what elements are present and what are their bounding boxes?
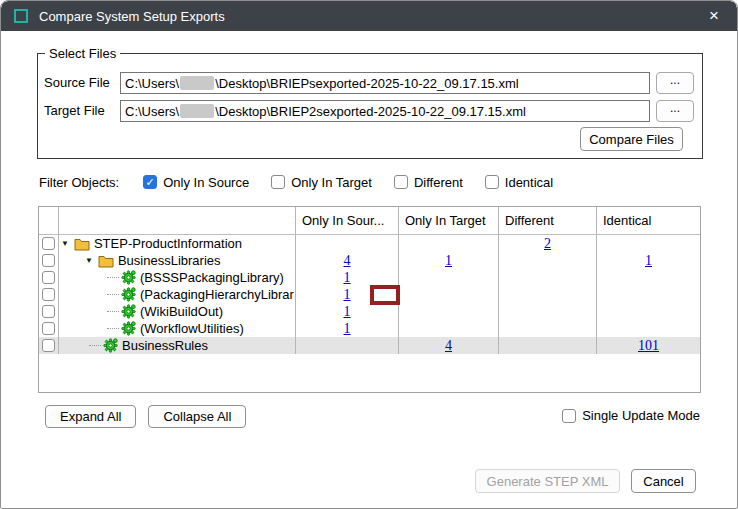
row-checkbox[interactable] (42, 288, 55, 301)
row-checkbox[interactable] (42, 339, 55, 352)
row-checkbox[interactable] (42, 271, 55, 284)
header-different[interactable]: Different (499, 207, 597, 235)
tree-node[interactable]: ▼ STEP-ProductInformation (59, 235, 296, 252)
table-header-row: Only In Sour... Only In Target Different… (39, 207, 700, 235)
only-in-target-checkbox[interactable] (271, 175, 285, 189)
tree-connector (89, 345, 101, 346)
source-path-prefix: C:\Users\ (125, 76, 179, 91)
tree-item-label: BusinessRules (122, 338, 208, 353)
table-row: (WikiBuildOut) 1 (39, 303, 700, 320)
gear-icon (121, 270, 136, 285)
source-file-input[interactable]: C:\Users\\Desktop\BRIEPsexported-2025-10… (120, 72, 650, 94)
count-link[interactable]: 4 (344, 253, 351, 269)
gear-icon (103, 338, 118, 353)
source-browse-button[interactable]: ... (656, 72, 694, 94)
count-link[interactable]: 2 (544, 236, 551, 252)
comparison-table: Only In Sour... Only In Target Different… (38, 206, 701, 393)
tree-node[interactable]: (WorkflowUtilities) (59, 320, 296, 337)
tree-item-label: (WorkflowUtilities) (140, 321, 244, 336)
single-update-label: Single Update Mode (582, 408, 700, 423)
header-identical[interactable]: Identical (597, 207, 700, 235)
folder-icon (98, 254, 114, 268)
expand-arrow-icon[interactable]: ▼ (85, 256, 93, 265)
source-path-suffix: \Desktop\BRIEPsexported-2025-10-22_09.17… (215, 76, 519, 91)
count-link[interactable]: 1 (445, 253, 452, 269)
header-checkbox-column (39, 207, 59, 235)
gear-icon (121, 321, 136, 336)
filter-different: Different (394, 175, 463, 190)
titlebar: Compare System Setup Exports × (1, 1, 737, 31)
tree-item-label: BusinessLibraries (118, 253, 221, 268)
folder-icon (74, 237, 90, 251)
single-update-mode: Single Update Mode (562, 408, 700, 423)
row-checkbox[interactable] (42, 322, 55, 335)
table-row: BusinessRules 4 101 (39, 337, 700, 354)
count-link[interactable]: 4 (445, 338, 452, 354)
tree-connector (107, 277, 119, 278)
app-icon (14, 9, 28, 23)
compare-files-button[interactable]: Compare Files (580, 127, 683, 151)
count-link[interactable]: 101 (638, 338, 659, 354)
tree-item-label: (WikiBuildOut) (140, 304, 223, 319)
only-in-source-checkbox[interactable]: ✓ (143, 175, 157, 189)
different-label: Different (414, 175, 463, 190)
tree-item-label: (BSSSPackagingLibrary) (140, 270, 284, 285)
target-file-input[interactable]: C:\Users\\Desktop\BRIEP2sexported-2025-1… (120, 100, 650, 122)
target-path-prefix: C:\Users\ (125, 104, 179, 119)
tree-item-label: (PackagingHierarchyLibrar (140, 287, 294, 302)
row-checkbox[interactable] (42, 305, 55, 318)
single-update-checkbox[interactable] (562, 409, 576, 423)
tree-connector (107, 328, 119, 329)
collapse-all-button[interactable]: Collapse All (148, 405, 246, 428)
expand-arrow-icon[interactable]: ▼ (61, 239, 69, 248)
only-in-target-label: Only In Target (291, 175, 372, 190)
filter-objects-label: Filter Objects: (39, 175, 119, 190)
dialog: Compare System Setup Exports × Select Fi… (0, 0, 738, 509)
tree-node[interactable]: (BSSSPackagingLibrary) (59, 269, 296, 286)
target-file-label: Target File (44, 103, 105, 118)
gear-icon (121, 304, 136, 319)
tree-node[interactable]: ▼ BusinessLibraries (59, 252, 296, 269)
table-row: (BSSSPackagingLibrary) 1 (39, 269, 700, 286)
table-row: ▼ STEP-ProductInformation 2 (39, 235, 700, 252)
source-file-label: Source File (44, 75, 110, 90)
expand-all-button[interactable]: Expand All (45, 405, 136, 428)
header-only-in-source[interactable]: Only In Sour... (296, 207, 399, 235)
header-only-in-target[interactable]: Only In Target (399, 207, 499, 235)
generate-step-xml-button: Generate STEP XML (475, 469, 620, 493)
count-link[interactable]: 1 (344, 321, 351, 337)
table-row: ▼ BusinessLibraries 4 1 1 (39, 252, 700, 269)
target-browse-button[interactable]: ... (656, 100, 694, 122)
row-checkbox[interactable] (42, 254, 55, 267)
count-link[interactable]: 1 (344, 304, 351, 320)
filter-objects-row: Filter Objects: ✓ Only In Source Only In… (39, 173, 575, 191)
redacted-username (180, 104, 214, 118)
table-row: (PackagingHierarchyLibrar 1 (39, 286, 700, 303)
count-link[interactable]: 1 (344, 287, 351, 303)
redacted-username (180, 76, 214, 90)
only-in-source-label: Only In Source (163, 175, 249, 190)
tree-node[interactable]: (WikiBuildOut) (59, 303, 296, 320)
tree-connector (107, 294, 119, 295)
target-path-suffix: \Desktop\BRIEP2sexported-2025-10-22_09.1… (215, 104, 526, 119)
tree-buttons: Expand All Collapse All (45, 405, 246, 428)
cancel-button[interactable]: Cancel (631, 469, 696, 493)
close-icon[interactable]: × (691, 1, 737, 31)
identical-checkbox[interactable] (485, 175, 499, 189)
count-link[interactable]: 1 (344, 270, 351, 286)
footer-buttons: Generate STEP XML Cancel (475, 469, 696, 493)
table-row: (WorkflowUtilities) 1 (39, 320, 700, 337)
tree-node[interactable]: BusinessRules (59, 337, 296, 354)
gear-icon (121, 287, 136, 302)
filter-only-in-target: Only In Target (271, 175, 372, 190)
count-link[interactable]: 1 (645, 253, 652, 269)
filter-identical: Identical (485, 175, 553, 190)
identical-label: Identical (505, 175, 553, 190)
row-checkbox[interactable] (42, 237, 55, 250)
different-checkbox[interactable] (394, 175, 408, 189)
tree-connector (107, 311, 119, 312)
select-files-legend: Select Files (45, 46, 120, 61)
tree-node[interactable]: (PackagingHierarchyLibrar (59, 286, 296, 303)
window-title: Compare System Setup Exports (39, 9, 225, 24)
select-files-group: Select Files Source File C:\Users\\Deskt… (37, 53, 703, 159)
